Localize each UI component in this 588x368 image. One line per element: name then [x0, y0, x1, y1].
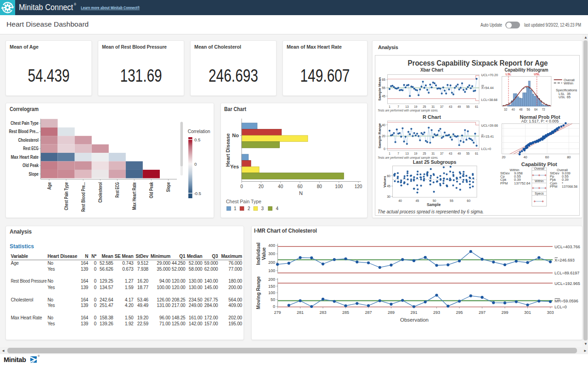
svg-text:251.47: 251.47 [100, 303, 113, 308]
svg-text:I-MR Chart of Cholesterol: I-MR Chart of Cholesterol [254, 227, 317, 234]
svg-text:0: 0 [384, 147, 385, 151]
svg-text:43: 43 [449, 152, 452, 155]
svg-text:0: 0 [94, 279, 97, 284]
svg-text:Age: Age [11, 261, 19, 266]
svg-text:149.607: 149.607 [300, 66, 350, 85]
svg-text:0: 0 [94, 261, 97, 266]
svg-text:409.00: 409.00 [228, 303, 242, 308]
svg-text:37: 37 [440, 152, 444, 155]
svg-text:Median: Median [187, 254, 203, 259]
svg-text:0: 0 [94, 303, 97, 308]
svg-text:287: 287 [365, 310, 372, 315]
svg-text:19: 19 [414, 105, 418, 108]
svg-text:13: 13 [405, 152, 409, 155]
svg-text:249.00: 249.00 [189, 303, 203, 308]
svg-text:131.00: 131.00 [157, 303, 170, 308]
svg-text:234.50: 234.50 [189, 297, 203, 302]
svg-text:Auto Update: Auto Update [481, 22, 502, 28]
svg-text:43: 43 [449, 105, 452, 108]
svg-text:UCL=192.965: UCL=192.965 [554, 281, 580, 286]
svg-text:Mean of Age: Mean of Age [10, 44, 39, 50]
svg-text:50: 50 [271, 297, 275, 302]
svg-text:62.000: 62.000 [204, 267, 218, 272]
svg-text:0: 0 [194, 162, 197, 167]
svg-text:Rest Blood Pressure: Rest Blood Pressure [11, 279, 47, 284]
svg-text:297: 297 [479, 310, 486, 315]
svg-text:50: 50 [433, 199, 436, 202]
svg-text:No: No [47, 315, 53, 320]
svg-text:22.59: 22.59 [137, 321, 149, 326]
svg-text:40: 40 [382, 123, 385, 127]
svg-text:55: 55 [466, 105, 470, 108]
svg-text:300: 300 [268, 251, 275, 256]
svg-text:202.00: 202.00 [228, 315, 242, 320]
svg-text:142.00: 142.00 [189, 321, 203, 326]
svg-text:303: 303 [547, 310, 554, 315]
svg-text:20: 20 [259, 184, 264, 189]
svg-text:283: 283 [319, 310, 326, 315]
svg-text:45: 45 [387, 184, 390, 188]
svg-text:40: 40 [512, 108, 515, 111]
svg-text:N: N [299, 190, 303, 196]
svg-text:301: 301 [524, 310, 531, 315]
svg-text:Max Heart Rate: Max Heart Rate [11, 315, 42, 320]
svg-text:172.00: 172.00 [204, 315, 218, 320]
svg-text:Within: Within [535, 179, 544, 183]
svg-text:0: 0 [94, 285, 97, 290]
svg-text:Sample Range: Sample Range [378, 123, 382, 149]
svg-text:Cholesterol: Cholesterol [11, 297, 33, 302]
svg-text:UCL=70.20: UCL=70.20 [481, 73, 498, 77]
svg-text:400: 400 [268, 243, 275, 248]
svg-text:100: 100 [335, 184, 343, 189]
svg-text:-0.5: -0.5 [194, 191, 201, 196]
svg-text:LCL=0: LCL=0 [554, 305, 567, 309]
svg-text:0.673: 0.673 [122, 267, 134, 272]
svg-text:1.92: 1.92 [125, 321, 134, 326]
svg-text:USL: USL [559, 95, 565, 99]
svg-text:164: 164 [81, 279, 89, 284]
svg-text:N: N [85, 254, 88, 259]
svg-text:29.000: 29.000 [157, 261, 170, 266]
svg-text:Heart Disease: Heart Disease [225, 134, 231, 167]
svg-text:Yes: Yes [230, 164, 239, 169]
svg-text:LCL=89.6197: LCL=89.6197 [554, 271, 579, 275]
svg-text:65: 65 [567, 95, 571, 99]
svg-text:0: 0 [94, 315, 97, 320]
svg-text:125.00: 125.00 [172, 321, 186, 326]
svg-text:Sample Mean: Sample Mean [378, 77, 382, 100]
svg-text:Correlogram: Correlogram [10, 106, 39, 112]
svg-text:Value: Value [261, 247, 266, 260]
svg-text:0.743: 0.743 [122, 261, 134, 266]
svg-text:LCL=0: LCL=0 [481, 147, 491, 151]
svg-text:44.250: 44.250 [172, 261, 186, 266]
svg-text:4: 4 [276, 206, 279, 211]
svg-text:564.00: 564.00 [228, 297, 242, 302]
svg-text:4.20: 4.20 [125, 303, 134, 308]
svg-text:Learn more about Minitab Conne: Learn more about Minitab Connect® [81, 5, 140, 10]
svg-text:Moving Range: Moving Range [255, 276, 261, 309]
svg-text:100.00: 100.00 [157, 285, 170, 290]
svg-text:137752.64: 137752.64 [514, 181, 530, 185]
svg-text:100: 100 [268, 290, 275, 295]
svg-text:19.20: 19.20 [137, 315, 149, 320]
svg-text:last updated 9/20/22, 12:45:23: last updated 9/20/22, 12:45:23 PM [524, 22, 581, 28]
svg-text:40: 40 [278, 184, 283, 189]
svg-text:13: 13 [405, 105, 409, 108]
svg-text:PPM: PPM [550, 184, 557, 189]
svg-text:20: 20 [502, 155, 505, 159]
svg-text:0: 0 [94, 321, 97, 326]
svg-text:65: 65 [382, 78, 385, 81]
svg-text:77.000: 77.000 [228, 267, 242, 272]
svg-text:54.439: 54.439 [28, 66, 70, 85]
svg-text:56: 56 [527, 108, 531, 111]
svg-text:60: 60 [387, 174, 390, 178]
svg-text:Mean of Rest Blood Pressure: Mean of Rest Blood Pressure [102, 44, 167, 50]
svg-text:31: 31 [431, 152, 435, 155]
svg-text:48: 48 [519, 108, 523, 111]
svg-text:Yes: Yes [47, 321, 55, 326]
svg-text:148.25: 148.25 [172, 315, 186, 320]
svg-text:Heart Disease: Heart Disease [47, 254, 77, 259]
svg-text:SE Mean: SE Mean [115, 254, 134, 259]
svg-text:120: 120 [355, 184, 362, 189]
svg-text:129.25: 129.25 [100, 279, 113, 284]
